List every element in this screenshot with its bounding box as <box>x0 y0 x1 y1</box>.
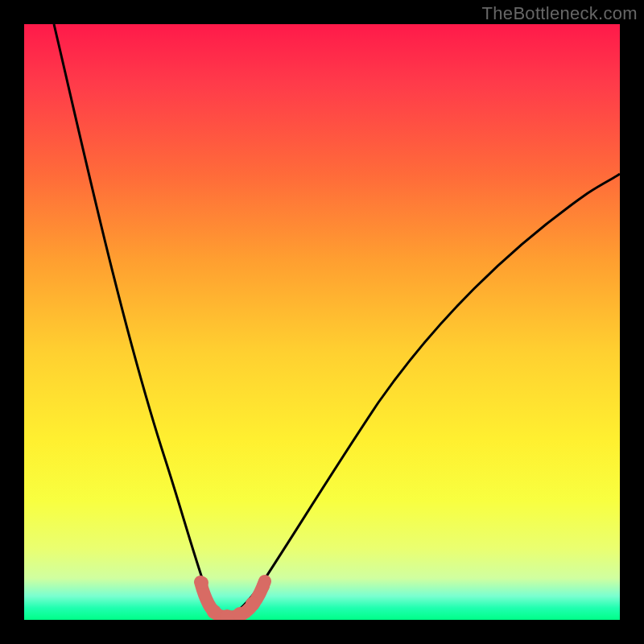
watermark-text: TheBottleneck.com <box>482 3 638 24</box>
highlight-dot <box>246 597 260 611</box>
chart-plot-area <box>24 24 620 620</box>
highlight-dot <box>257 580 270 592</box>
bottleneck-curve <box>24 24 620 620</box>
curve-left <box>54 24 220 617</box>
highlight-dot <box>207 605 221 619</box>
highlight-dot <box>196 576 208 589</box>
chart-frame: TheBottleneck.com <box>0 0 644 644</box>
curve-right <box>220 174 620 617</box>
